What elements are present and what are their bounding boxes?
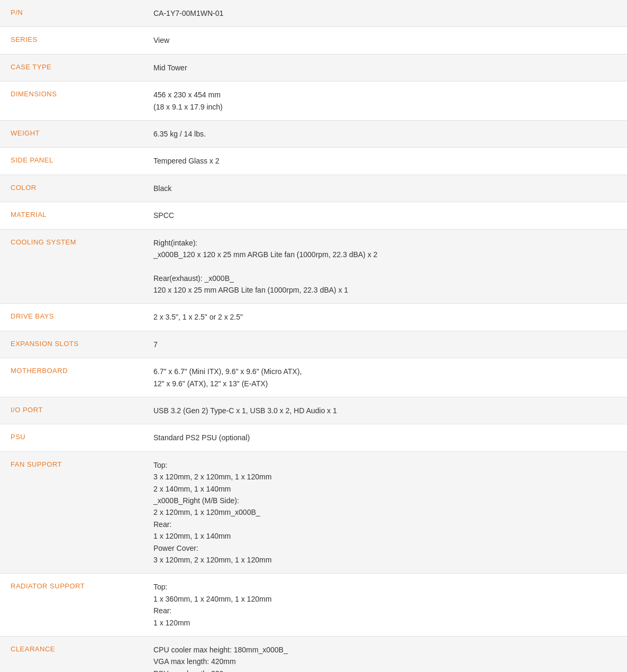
spec-label-dimensions: DIMENSIONS — [0, 81, 143, 121]
spec-row-pn: P/NCA-1Y7-00M1WN-01 — [0, 0, 627, 27]
spec-value-expansion-slots: 7 — [143, 331, 627, 358]
spec-value-drive-bays: 2 x 3.5", 1 x 2.5" or 2 x 2.5" — [143, 304, 627, 331]
spec-row-material: MATERIALSPCC — [0, 202, 627, 229]
spec-value-weight: 6.35 kg / 14 lbs. — [143, 120, 627, 147]
spec-value-motherboard: 6.7" x 6.7" (Mini ITX), 9.6" x 9.6" (Mic… — [143, 358, 627, 397]
spec-table: P/NCA-1Y7-00M1WN-01SERIESViewCASE TYPEMi… — [0, 0, 627, 672]
spec-label-expansion-slots: EXPANSION SLOTS — [0, 331, 143, 358]
spec-value-series: View — [143, 27, 627, 54]
spec-value-dimensions: 456 x 230 x 454 mm(18 x 9.1 x 17.9 inch) — [143, 81, 627, 121]
spec-label-radiator-support: RADIATOR SUPPORT — [0, 574, 143, 637]
spec-row-side-panel: SIDE PANELTempered Glass x 2 — [0, 148, 627, 175]
spec-value-fan-support: Top:3 x 120mm, 2 x 120mm, 1 x 120mm2 x 1… — [143, 451, 627, 574]
spec-row-cooling-system: COOLING SYSTEMRight(intake):_x000B_120 x… — [0, 229, 627, 304]
spec-value-clearance: CPU cooler max height: 180mm_x000B_VGA m… — [143, 636, 627, 672]
spec-row-fan-support: FAN SUPPORTTop:3 x 120mm, 2 x 120mm, 1 x… — [0, 451, 627, 574]
spec-value-radiator-support: Top:1 x 360mm, 1 x 240mm, 1 x 120mmRear:… — [143, 574, 627, 637]
spec-value-color: Black — [143, 175, 627, 202]
spec-label-pn: P/N — [0, 0, 143, 27]
spec-value-side-panel: Tempered Glass x 2 — [143, 148, 627, 175]
spec-label-drive-bays: DRIVE BAYS — [0, 304, 143, 331]
spec-label-material: MATERIAL — [0, 202, 143, 229]
spec-row-series: SERIESView — [0, 27, 627, 54]
spec-label-motherboard: MOTHERBOARD — [0, 358, 143, 397]
spec-row-weight: WEIGHT6.35 kg / 14 lbs. — [0, 120, 627, 147]
spec-value-psu: Standard PS2 PSU (optional) — [143, 424, 627, 451]
spec-row-dimensions: DIMENSIONS456 x 230 x 454 mm(18 x 9.1 x … — [0, 81, 627, 121]
spec-label-case-type: CASE TYPE — [0, 54, 143, 81]
spec-row-motherboard: MOTHERBOARD6.7" x 6.7" (Mini ITX), 9.6" … — [0, 358, 627, 397]
spec-label-clearance: CLEARANCE — [0, 636, 143, 672]
spec-row-clearance: CLEARANCECPU cooler max height: 180mm_x0… — [0, 636, 627, 672]
spec-row-expansion-slots: EXPANSION SLOTS7 — [0, 331, 627, 358]
spec-row-radiator-support: RADIATOR SUPPORTTop:1 x 360mm, 1 x 240mm… — [0, 574, 627, 637]
spec-label-io-port: I/O PORT — [0, 397, 143, 424]
spec-value-case-type: Mid Tower — [143, 54, 627, 81]
spec-row-color: COLORBlack — [0, 175, 627, 202]
spec-value-cooling-system: Right(intake):_x000B_120 x 120 x 25 mm A… — [143, 229, 627, 304]
spec-row-io-port: I/O PORTUSB 3.2 (Gen 2) Type-C x 1, USB … — [0, 397, 627, 424]
spec-label-fan-support: FAN SUPPORT — [0, 451, 143, 574]
spec-label-series: SERIES — [0, 27, 143, 54]
spec-label-color: COLOR — [0, 175, 143, 202]
spec-row-drive-bays: DRIVE BAYS2 x 3.5", 1 x 2.5" or 2 x 2.5" — [0, 304, 627, 331]
spec-value-pn: CA-1Y7-00M1WN-01 — [143, 0, 627, 27]
spec-label-side-panel: SIDE PANEL — [0, 148, 143, 175]
spec-row-case-type: CASE TYPEMid Tower — [0, 54, 627, 81]
spec-label-weight: WEIGHT — [0, 120, 143, 147]
spec-label-cooling-system: COOLING SYSTEM — [0, 229, 143, 304]
spec-value-material: SPCC — [143, 202, 627, 229]
spec-label-psu: PSU — [0, 424, 143, 451]
spec-row-psu: PSUStandard PS2 PSU (optional) — [0, 424, 627, 451]
spec-value-io-port: USB 3.2 (Gen 2) Type-C x 1, USB 3.0 x 2,… — [143, 397, 627, 424]
